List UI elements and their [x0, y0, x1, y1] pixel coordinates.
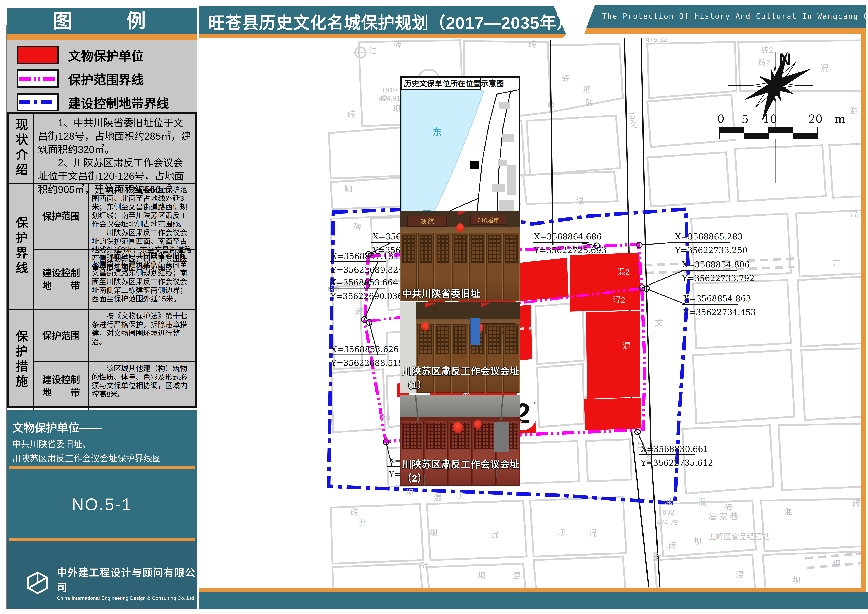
- header-banner-cn: 旺苍县历史文化名城保护规划（2017—2035年）: [200, 6, 566, 34]
- scale-0: 0: [718, 113, 724, 126]
- coordinate-x-value: X=3568854.863: [684, 294, 751, 303]
- coordinate-callout: X=3568854.863Y=35622734.453: [644, 286, 756, 317]
- info-table: 现状介绍 1、中共川陕省委旧址位于文昌街128号，占地面积约285㎡，建筑面积约…: [7, 112, 197, 408]
- map-label: 砖: [562, 73, 570, 83]
- sheet-title-cn: 旺苍县历史文化名城保护规划（2017—2035年）: [200, 6, 566, 33]
- title-line1: 文物保护单位——: [7, 411, 197, 436]
- scale-20: 20: [808, 113, 823, 126]
- coordinate-x-value: X=3568864.686: [534, 232, 602, 241]
- measures-sub-scope: 保护范围: [34, 309, 89, 361]
- header-banner-en: The Protection Of History And Cultural I…: [586, 5, 866, 28]
- map-label: 坝: [393, 104, 401, 113]
- coordinate-x-value: X=3568830.661: [641, 444, 708, 454]
- status-text: 1、中共川陕省委旧址位于文昌街128号，占地面积约285㎡，建筑面积约320㎡。…: [34, 114, 195, 183]
- photo-site-1: 领 航 610超市 中共川陕省委旧址: [400, 211, 520, 301]
- legend-item: 保护范围界线: [17, 69, 197, 88]
- scale-5: 5: [741, 113, 749, 126]
- map-label: 混: [698, 498, 706, 507]
- map-label: 砖: [350, 508, 358, 517]
- boundary-sub-scope: 保护范围: [34, 183, 89, 249]
- map-label: 砖: [394, 40, 402, 50]
- boundary-control-text: 北面至中共川陕省委旧址北侧第三栋建筑北侧；东面至文昌街道路东侧规划红线；南面至川…: [89, 249, 195, 309]
- map-label: 混: [784, 507, 792, 516]
- road-east-line: [641, 38, 660, 588]
- photo-caption-3: 川陕苏区肃反工作会议会址（2）: [402, 457, 520, 484]
- coordinate-x-value: X=3568853.664: [330, 278, 398, 287]
- map-label: 井: [832, 258, 840, 267]
- map-label: 混: [849, 106, 857, 115]
- map-label: 砖: [354, 222, 362, 231]
- sheet-title-en: The Protection Of History And Cultural I…: [586, 5, 866, 20]
- photo-caption-2: 川陕苏区肃反工作会议会址（1）: [402, 364, 520, 391]
- map-label: 坝: [557, 528, 565, 537]
- map-label: 混: [736, 570, 744, 579]
- boundary-sub-control: 建设控制 地 带: [34, 249, 89, 309]
- coordinate-y-value: Y=35622735.612: [640, 458, 713, 468]
- map-label: 砖: [852, 499, 860, 508]
- title-divider-top: [9, 467, 195, 469]
- scale-10: 10: [763, 113, 777, 126]
- legend-item-label: 保护范围界线: [68, 70, 144, 88]
- map-label: 混: [821, 64, 829, 73]
- coordinate-x-value: X=3568853.626: [331, 344, 399, 354]
- company-footer: 中外建工程设计与顾问有限公司 China International Engin…: [7, 541, 197, 609]
- legend-item: 文物保护单位: [17, 45, 197, 64]
- boundary-scope-text: 中共川陕省委旧址保护范围西面、北面至占地线外延3米；东侧至文昌街道路西侧规划红线…: [89, 183, 195, 249]
- legend-swatch-blue-dashdot-line: [17, 93, 59, 112]
- coordinate-y-value: Y=35622733.250: [675, 245, 747, 255]
- map-label: 詹 家 巷: [708, 512, 738, 521]
- map-canvas: 1 2 砖油油砖砖坝T619474.91砖坝砖2砖2混坝混宏475.3210KV…: [200, 38, 866, 588]
- map-label: 文: [655, 318, 663, 328]
- map-label: 油: [369, 46, 377, 55]
- map-label: 坝: [406, 488, 414, 498]
- protection-boundary-map: 1 2 砖油油砖砖坝T619474.91砖坝砖2砖2混坝混宏475.3210KV…: [200, 38, 866, 588]
- legend-item-label: 文物保护单位: [68, 46, 144, 64]
- map-label: T632: [658, 508, 674, 516]
- legend-panel: 图 例 文物保护单位保护范围界线建设控制地带界线: [7, 8, 197, 112]
- map-border-right: [861, 34, 866, 592]
- map-label: 混: [623, 341, 631, 350]
- row-head-boundary: 保护界线: [9, 183, 34, 309]
- company-name-cn: 中外建工程设计与顾问有限公司: [57, 564, 197, 594]
- coordinate-y-value: Y=35622689.824: [331, 265, 403, 274]
- map-label: 砖: [355, 307, 364, 316]
- page-edge-line: [6, 25, 7, 609]
- map-label: 475.32: [646, 38, 667, 43]
- map-label: 坝: [832, 560, 840, 569]
- company-logo-icon: [25, 570, 50, 596]
- coordinate-callout: X=3568854.806Y=35622733.792: [639, 260, 755, 290]
- legend-swatch-magenta-line: [17, 70, 59, 88]
- map-label: 10KV: [628, 111, 638, 129]
- map-label: 厕: [344, 184, 352, 193]
- map-label: 砖: [586, 98, 594, 107]
- coordinate-x-value: X=3568857.131: [331, 251, 399, 261]
- map-label: 混: [664, 497, 672, 506]
- map-label: 五峰区食品经营站: [708, 532, 770, 541]
- map-label: 混: [850, 209, 858, 219]
- map-label: 混: [513, 571, 521, 580]
- measures-scope-text: 按《文物保护法》第十七条进行严格保护，拆除违章搭建，对文物周围环境进行整治。: [89, 309, 195, 361]
- map-label: 混: [576, 196, 584, 205]
- legend-swatch-red-box: [17, 46, 59, 64]
- coordinate-x-value: X=3568865.283: [675, 232, 743, 241]
- inset-title: 历史文保单位所在位置示意图: [404, 79, 504, 88]
- title-block: 文物保护单位—— 中共川陕省委旧址、 川陕苏区肃反工作会议会址保护界线图 NO.…: [7, 411, 197, 609]
- legend-item: 建设控制地带界线: [17, 93, 197, 112]
- coordinate-y-value: Y=35622688.519: [331, 358, 403, 368]
- map-label: 混: [434, 493, 442, 502]
- map-label: 混: [491, 530, 499, 539]
- coordinate-callout: X=3568864.686Y=35622725.693: [533, 232, 606, 255]
- coordinate-x-value: X=3568854.806: [682, 260, 750, 269]
- scale-bar: 0 5 10 20 m: [718, 113, 845, 139]
- map-label: 砖: [529, 40, 536, 49]
- coordinate-y-value: Y=35622690.036: [330, 291, 403, 301]
- map-label: 砖: [347, 110, 355, 119]
- map-label: 混2: [613, 295, 625, 305]
- coordinate-y-value: Y=35622725.693: [534, 245, 606, 255]
- scale-unit: m: [835, 113, 845, 126]
- measures-control-text: 该区域其他建（构）筑物的性质、体量、色彩及形式必须与文保单位相协调，区域内控高8…: [89, 361, 195, 409]
- legend-items: 文物保护单位保护范围界线建设控制地带界线: [7, 40, 197, 112]
- map-label: 坝: [694, 536, 702, 546]
- legend-title: 图 例: [7, 8, 197, 34]
- coordinate-callout: X=3568830.661Y=35622735.612: [635, 429, 713, 468]
